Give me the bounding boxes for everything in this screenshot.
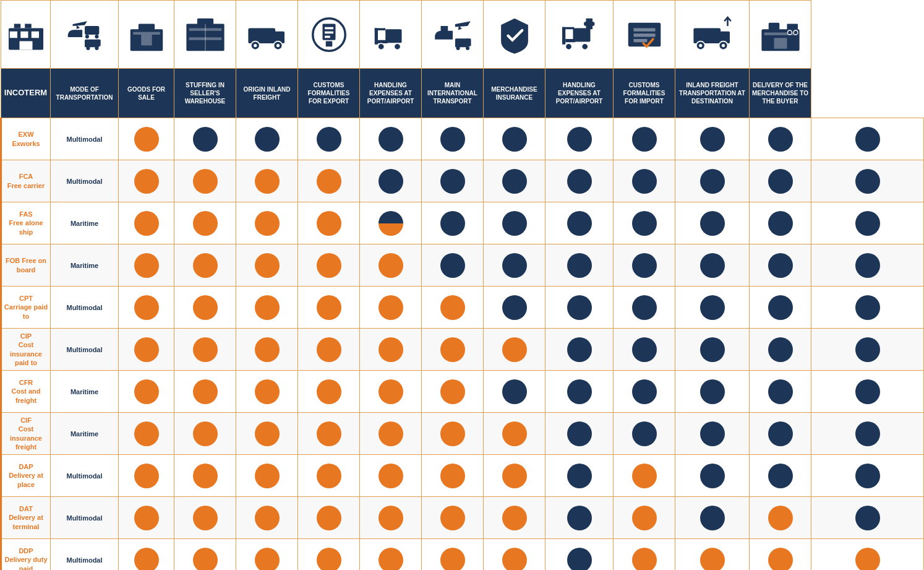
cell-3-3 — [298, 244, 360, 287]
incoterm-cell: FCAFree carrier — [1, 160, 51, 202]
cell-5-7 — [545, 329, 614, 371]
svg-rect-6 — [19, 41, 32, 50]
cell-3-7 — [545, 244, 614, 287]
incoterm-cell: FASFree alone ship — [1, 202, 51, 244]
cell-10-9 — [675, 539, 750, 571]
svg-rect-43 — [466, 38, 471, 46]
cell-4-11 — [811, 287, 924, 329]
col-header-5: Handling expenses at port/airport — [360, 69, 422, 118]
table-row: EXWExworksMultimodal — [1, 118, 924, 160]
svg-rect-16 — [133, 32, 160, 34]
cell-7-8 — [614, 413, 675, 455]
cell-3-11 — [811, 244, 924, 287]
cell-6-4 — [360, 371, 422, 413]
cell-0-7 — [545, 118, 614, 160]
cell-6-1 — [174, 371, 236, 413]
svg-rect-56 — [693, 28, 721, 43]
cell-8-7 — [545, 455, 614, 497]
cell-9-9 — [675, 497, 750, 539]
cell-4-0 — [119, 287, 174, 329]
cell-1-5 — [422, 160, 484, 202]
col-header-2: Stuffing in seller's warehouse — [174, 69, 236, 118]
cell-6-10 — [750, 371, 811, 413]
cell-6-2 — [236, 371, 298, 413]
cell-8-2 — [236, 455, 298, 497]
customs-export-icon-cell — [298, 1, 360, 69]
svg-rect-4 — [20, 31, 28, 38]
cell-10-0 — [119, 539, 174, 571]
customs-import-icon-cell — [614, 1, 675, 69]
cell-9-1 — [174, 497, 236, 539]
cell-1-8 — [614, 160, 675, 202]
svg-rect-11 — [95, 39, 100, 46]
col-header-8: Handling expenses at port/airport — [545, 69, 614, 118]
inland-dest-icon-cell — [675, 1, 750, 69]
cell-2-1 — [174, 202, 236, 244]
cell-5-11 — [811, 329, 924, 371]
delivery-buyer-icon-cell — [750, 1, 811, 69]
stuffing-icon-cell — [174, 1, 236, 69]
svg-point-68 — [787, 30, 792, 35]
svg-point-8 — [85, 35, 88, 38]
cell-2-5 — [422, 202, 484, 244]
cell-7-1 — [174, 413, 236, 455]
cell-2-0 — [119, 202, 174, 244]
transport-cell: Multimodal — [51, 287, 119, 329]
cell-0-0 — [119, 118, 174, 160]
table-row: DAPDelivery at placeMultimodal — [1, 455, 924, 497]
cell-0-10 — [750, 118, 811, 160]
col-header-3: Origin inland freight — [236, 69, 298, 118]
handling-dest-icon-cell — [545, 1, 614, 69]
transport-cell: Multimodal — [51, 539, 119, 571]
cell-3-10 — [750, 244, 811, 287]
table-row: FCAFree carrierMultimodal — [1, 160, 924, 202]
cell-2-10 — [750, 202, 811, 244]
svg-rect-35 — [385, 29, 401, 43]
cell-3-0 — [119, 244, 174, 287]
svg-rect-49 — [562, 27, 574, 29]
cell-5-8 — [614, 329, 675, 371]
svg-rect-15 — [138, 24, 154, 32]
cell-1-4 — [360, 160, 422, 202]
cell-7-4 — [360, 413, 422, 455]
cell-4-2 — [236, 287, 298, 329]
handling-origin-icon-cell — [360, 1, 422, 69]
cell-9-11 — [811, 497, 924, 539]
cell-9-7 — [545, 497, 614, 539]
table-row: CIFCost insurance freightMaritime — [1, 413, 924, 455]
col-header-9: Customs formalities for import — [614, 69, 675, 118]
svg-point-69 — [794, 30, 798, 35]
svg-point-13 — [95, 46, 98, 50]
cell-10-7 — [545, 539, 614, 571]
cell-7-11 — [811, 413, 924, 455]
cell-10-1 — [174, 539, 236, 571]
transport-cell: Maritime — [51, 371, 119, 413]
svg-rect-46 — [573, 28, 590, 41]
svg-rect-47 — [562, 27, 565, 44]
incoterm-cell: CFRCost and freight — [1, 371, 51, 413]
svg-rect-2 — [25, 24, 32, 28]
incoterm-cell: DDPDelivery duty paid — [1, 539, 51, 571]
cell-8-10 — [750, 455, 811, 497]
icon-header-row — [1, 1, 924, 69]
cell-2-8 — [614, 202, 675, 244]
cell-5-6 — [484, 329, 545, 371]
cell-9-5 — [422, 497, 484, 539]
goods-sale-icon-cell — [119, 1, 174, 69]
cell-7-0 — [119, 413, 174, 455]
incoterm-cell: CIPCost insurance paid to — [1, 329, 51, 371]
cell-4-8 — [614, 287, 675, 329]
svg-rect-31 — [325, 27, 333, 29]
cell-5-2 — [236, 329, 298, 371]
cell-6-8 — [614, 371, 675, 413]
cell-6-0 — [119, 371, 174, 413]
transport-icon-cell — [51, 1, 119, 69]
svg-rect-23 — [248, 28, 275, 43]
cell-0-1 — [174, 118, 236, 160]
svg-rect-3 — [9, 31, 17, 38]
cell-7-2 — [236, 413, 298, 455]
cell-0-6 — [484, 118, 545, 160]
cell-9-0 — [119, 497, 174, 539]
cell-5-3 — [298, 329, 360, 371]
transport-cell: Maritime — [51, 413, 119, 455]
